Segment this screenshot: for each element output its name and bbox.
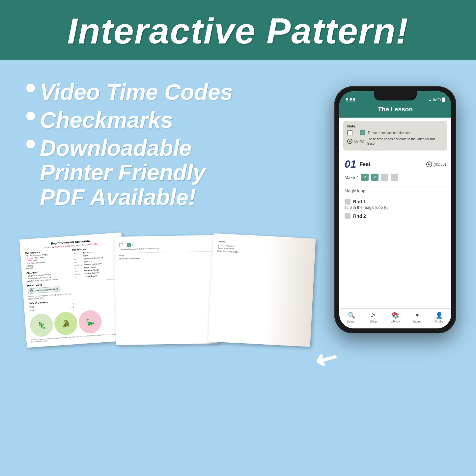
shop-icon: 🛍 (370, 311, 378, 319)
note-label: Note: (347, 124, 443, 128)
library-icon: 📚 (391, 311, 399, 319)
section-header: 01 Feet ▶ (05:38) (345, 158, 446, 170)
pdf-stitches-table: chChain Stitch slStitch incIncrease (sc … (72, 249, 105, 279)
search-icon: 🔍 (348, 311, 355, 319)
pdf-page-3: the face. Rnd 3: sc all around Rnd 4: sc… (208, 233, 316, 347)
pdf-page-1: Raptor Dinosaur Amigurumi Written by @Lo… (19, 233, 129, 348)
checkbox-3[interactable] (381, 174, 388, 181)
phone-header-title: The Lesson (378, 106, 413, 113)
checkbox-4[interactable] (391, 174, 398, 181)
battery-icon: ▉ (442, 98, 445, 102)
nav-profile-label: Profile (435, 320, 443, 323)
timecode-value: (07:45) (354, 140, 364, 143)
nav-profile[interactable]: 👤 Profile (428, 311, 450, 323)
nav-search-label: Search (347, 320, 356, 323)
checkbox-checked[interactable]: ✓ (360, 130, 365, 135)
phone-nav: 🔍 Search 🛍 Shop 📚 Library ♥ (339, 308, 451, 328)
note-timecode-text: These time codes correlate to the video … (367, 137, 443, 146)
toc-body-page: 2 - 4 (54, 306, 74, 310)
lesson-section-01: 01 Feet ▶ (05:38) Make 4 ✓ (339, 154, 451, 186)
checkbox-empty[interactable] (347, 130, 352, 135)
nav-shop[interactable]: 🛍 Shop (362, 311, 384, 323)
pdf-pattern-starts: Pattern starts here (74, 278, 120, 283)
content-area: Video Time Codes Checkmarks Downloadable… (0, 60, 476, 476)
pdf-play-icon: ▶ (30, 289, 34, 293)
make-row: Make 4 ✓ ✓ (345, 174, 446, 181)
checkbox-1[interactable]: ✓ (361, 174, 369, 181)
note-timecode-row: ▶ (07:45) These time codes correlate to … (347, 137, 443, 146)
pdf-numbers-note: Numbers in parentheses, ie: (7,47), pert… (28, 293, 74, 300)
section-title: Feet (360, 161, 423, 167)
rnd1-label: Rnd 1 (353, 199, 366, 204)
magic-loop-section: Magic loop (339, 186, 451, 197)
section-number: 01 (345, 158, 356, 170)
timecode-play-icon: ▶ (347, 139, 352, 144)
note-box: Note: → ✓ These boxes are checkboxes (343, 121, 447, 151)
phone-time: 5:55 (346, 97, 355, 102)
phone-mockup: 5:55 ▲ WiFi ▉ The Lesson (334, 86, 456, 333)
rnd1-text: sc 6 in the magic loop (6) (339, 205, 451, 211)
bullet-text-2: Checkmarks (40, 108, 173, 132)
nav-library[interactable]: 📚 Library (384, 311, 406, 323)
bullet-dot-3 (26, 140, 35, 148)
nav-saved-label: Saved (413, 320, 422, 323)
bullet-dot-2 (26, 112, 35, 120)
phone-app-header: The Lesson (339, 104, 451, 118)
rnd1-header: Rnd 1 (339, 197, 451, 205)
arrow-right-icon: → (354, 130, 358, 135)
saved-icon: ♥ (413, 311, 421, 319)
wifi-icon: WiFi (433, 98, 441, 102)
note-checkbox-text: These boxes are checkboxes (368, 131, 410, 135)
nav-library-label: Library (391, 320, 400, 323)
note-checkbox-row: → ✓ These boxes are checkboxes (347, 130, 443, 135)
nav-shop-label: Shop (370, 320, 377, 323)
header-title: Interactive Pattern! (13, 10, 463, 52)
time-badge: ▶ (07:45) (347, 139, 364, 144)
magic-loop-label: Magic loop (345, 188, 446, 193)
pdf-img-2: 🐊 (54, 311, 78, 336)
rnd2-label: Rnd 2 (353, 213, 366, 219)
bullet-item-1: Video Time Codes (26, 80, 321, 104)
phone-content: Note: → ✓ These boxes are checkboxes (339, 118, 451, 308)
pdf-video-badge: ▶ ClubCrochet.com/IFL8CE2 (27, 286, 61, 294)
nav-saved[interactable]: ♥ Saved (406, 311, 428, 323)
bullet-item-2: Checkmarks (26, 108, 321, 132)
bullet-text-3: Downloadable Printer Friendly PDF Availa… (40, 136, 206, 210)
bullet-text-1: Video Time Codes (40, 80, 233, 104)
bullet-points: Video Time Codes Checkmarks Downloadable… (26, 80, 321, 210)
pdf-page2-content: → ✓ 1 ...leaving a long enough end to se… (119, 242, 212, 261)
pdf-img-3: 🦕 (78, 310, 102, 334)
phone-screen: 5:55 ▲ WiFi ▉ The Lesson (339, 91, 451, 328)
checkbox-demo: → ✓ (347, 130, 365, 135)
checkbox-2[interactable]: ✓ (371, 174, 378, 181)
bullet-item-3: Downloadable Printer Friendly PDF Availa… (26, 136, 321, 210)
status-icons: ▲ WiFi ▉ (428, 98, 445, 102)
make-label: Make 4 (345, 175, 359, 180)
section-timecode: (05:38) (434, 162, 446, 167)
rnd1-checkbox[interactable] (345, 199, 350, 205)
bullet-dot-1 (26, 84, 35, 92)
pdf-preview: Raptor Dinosaur Amigurumi Written by @Lo… (23, 236, 318, 344)
left-panel: Video Time Codes Checkmarks Downloadable… (26, 80, 321, 463)
phone-notch (374, 91, 417, 100)
rnd2-checkbox[interactable] (345, 213, 350, 219)
pdf-img-1: 🦎 (29, 313, 54, 338)
profile-icon: 👤 (435, 311, 443, 319)
signal-icon: ▲ (428, 98, 432, 102)
pdf-video-url: ClubCrochet.com/IFL8CE2 (35, 288, 58, 292)
right-panel: 5:55 ▲ WiFi ▉ The Lesson (334, 80, 456, 463)
section-play-badge[interactable]: ▶ (05:38) (426, 161, 446, 167)
header: Interactive Pattern! (0, 0, 476, 60)
pdf-page-2: → ✓ 1 ...leaving a long enough end to se… (114, 235, 218, 345)
pdf-video-label: Pattern Video (27, 281, 73, 287)
section-play-icon: ▶ (426, 161, 432, 167)
nav-search[interactable]: 🔍 Search (341, 311, 362, 323)
rnd2-header: Rnd 2 (339, 211, 451, 220)
pdf-materials: • The Yarn (Worsted Weight) - Color A (M… (25, 252, 72, 270)
pdf-page3-content: the face. Rnd 3: sc all around Rnd 4: sc… (217, 240, 311, 257)
